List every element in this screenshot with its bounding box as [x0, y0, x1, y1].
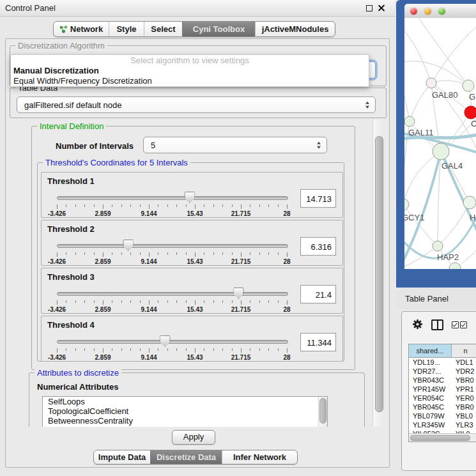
table-row[interactable]: YPR145WYPR1	[409, 385, 476, 394]
attributes-list[interactable]: SelfLoopsTopologicalCoefficientBetweenne…	[42, 396, 328, 427]
tab-network[interactable]: Network	[54, 22, 109, 36]
window-titlebar[interactable]	[404, 4, 476, 19]
table-cell[interactable]: YBR045C	[409, 403, 452, 411]
threshold-slider[interactable]: -3.4262.8599.14415.4321.71528	[57, 286, 287, 312]
column-header-name[interactable]: n	[452, 344, 476, 357]
table-row[interactable]: YER054CYER0	[409, 394, 476, 403]
scrollbar-thumb[interactable]	[319, 398, 326, 424]
table-row[interactable]: YBR043CYBR0	[409, 376, 476, 385]
split-panel-icon[interactable]	[431, 319, 443, 330]
close-icon[interactable]	[378, 4, 385, 12]
tab-discretize-data[interactable]: Discretize Data	[150, 450, 222, 464]
column-header-shared[interactable]: shared...	[409, 344, 452, 357]
network-node[interactable]	[404, 116, 415, 127]
table-cell[interactable]: YBR043C	[409, 376, 452, 385]
table-row[interactable]: YBL079WYBL0	[409, 411, 476, 420]
table-cell[interactable]: YPR1	[452, 385, 476, 394]
tick-mark	[84, 348, 85, 351]
table-row[interactable]: YLR345WYLR3	[409, 420, 476, 429]
tick-mark	[149, 348, 150, 353]
dropdown-option-equal-width[interactable]: Equal Width/Frequency Discretization	[11, 76, 369, 86]
network-edge[interactable]	[410, 83, 431, 121]
network-node[interactable]	[426, 78, 436, 88]
slider-tick-labels: -3.4262.8599.14415.4321.71528	[57, 210, 287, 217]
table-cell[interactable]: YER054C	[409, 394, 452, 403]
checkbox-icon[interactable]	[460, 321, 467, 328]
threshold-slider[interactable]: -3.4262.8599.14415.4321.71528	[57, 190, 287, 216]
network-edge[interactable]	[416, 18, 468, 86]
network-node[interactable]	[433, 241, 443, 251]
traffic-light-zoom-icon[interactable]	[438, 8, 445, 15]
number-of-intervals-value: 5	[151, 141, 155, 150]
table-cell[interactable]: YLR345W	[409, 420, 452, 429]
network-node[interactable]	[464, 106, 476, 119]
number-of-intervals-spinner[interactable]: 5	[143, 137, 327, 153]
list-item[interactable]: TopologicalCoefficient	[43, 406, 327, 416]
scrollbar-thumb[interactable]	[375, 136, 383, 412]
table-cell[interactable]: YLR3	[452, 420, 476, 429]
table-row[interactable]: YBR045CYBR0	[409, 403, 476, 411]
tick-mark	[278, 348, 279, 351]
traffic-light-minimize-icon[interactable]	[424, 8, 431, 15]
list-item[interactable]: BetweennessCentrality	[43, 416, 327, 426]
network-edge[interactable]	[404, 27, 431, 83]
table-row[interactable]: YDL19...YDL1	[409, 358, 476, 367]
table-cell[interactable]: YER0	[452, 394, 476, 403]
float-window-icon[interactable]	[366, 5, 372, 12]
tick-label: 2.859	[95, 258, 111, 265]
threshold-value-field[interactable]: 21.4	[300, 285, 336, 303]
table-cell[interactable]: YDR2	[452, 367, 476, 376]
slider-thumb[interactable]	[233, 288, 244, 299]
table-cell[interactable]: YDL19...	[409, 358, 452, 367]
network-edge[interactable]	[404, 204, 438, 246]
tick-mark	[195, 204, 196, 209]
table-cell[interactable]: YBL079W	[409, 411, 452, 420]
table-cell[interactable]: YBR0	[452, 376, 476, 385]
tab-style[interactable]: Style	[109, 22, 144, 36]
network-node[interactable]	[463, 196, 476, 209]
tick-mark	[84, 300, 85, 303]
apply-button[interactable]: Apply	[172, 430, 215, 445]
table-cell[interactable]: YDL1	[452, 358, 476, 367]
traffic-light-close-icon[interactable]	[410, 8, 417, 15]
tab-cyni-toolbox[interactable]: Cyni Toolbox	[182, 22, 255, 36]
list-scrollbar[interactable]	[318, 397, 327, 427]
threshold-value-field[interactable]: 11.344	[300, 333, 336, 351]
slider-track[interactable]	[57, 340, 288, 344]
network-node[interactable]	[433, 143, 449, 160]
table-cell[interactable]: YDR27...	[409, 367, 452, 376]
scrollbar-thumb[interactable]	[410, 435, 470, 441]
table-h-scrollbar[interactable]	[409, 433, 476, 441]
table-cell[interactable]: YBR0	[452, 403, 476, 411]
slider-track[interactable]	[57, 196, 288, 200]
network-node[interactable]	[463, 80, 474, 91]
checkbox-icon[interactable]	[452, 321, 459, 328]
threshold-slider[interactable]: -3.4262.8599.14415.4321.71528	[57, 334, 287, 360]
slider-thumb[interactable]	[123, 240, 134, 251]
table-cell[interactable]: YPR145W	[409, 385, 452, 394]
slider-thumb[interactable]	[160, 335, 171, 347]
tab-impute-data[interactable]: Impute Data	[94, 450, 150, 464]
network-node[interactable]	[404, 199, 409, 210]
threshold-value-field[interactable]: 14.713	[300, 189, 336, 208]
table-row[interactable]: YDR27...YDR2	[409, 367, 476, 376]
table-cell[interactable]: YBL0	[452, 411, 476, 420]
network-edge[interactable]	[404, 151, 441, 204]
network-edge[interactable]	[404, 79, 410, 121]
network-canvas[interactable]: GAL80GCGAL11GAL4GCY1HHAP2	[404, 18, 476, 269]
threshold-value-field[interactable]: 6.316	[300, 237, 336, 256]
slider-track[interactable]	[57, 292, 288, 296]
tick-mark	[130, 252, 131, 255]
tab-select[interactable]: Select	[144, 22, 182, 36]
network-edge[interactable]	[438, 203, 470, 246]
main-scrollbar[interactable]	[372, 119, 385, 427]
slider-thumb[interactable]	[184, 192, 195, 203]
threshold-slider[interactable]: -3.4262.8599.14415.4321.71528	[57, 238, 287, 264]
slider-track[interactable]	[57, 244, 288, 248]
dropdown-option-manual[interactable]: Manual Discretization	[11, 66, 369, 76]
tab-jactivemnodules[interactable]: jActiveMNodules	[255, 22, 335, 36]
tab-infer-network[interactable]: Infer Network	[222, 450, 297, 464]
settings-gear-icon[interactable]	[412, 319, 423, 330]
list-item[interactable]: SelfLoops	[43, 397, 327, 406]
table-data-combo[interactable]: galFiltered.sif default node	[17, 96, 376, 113]
